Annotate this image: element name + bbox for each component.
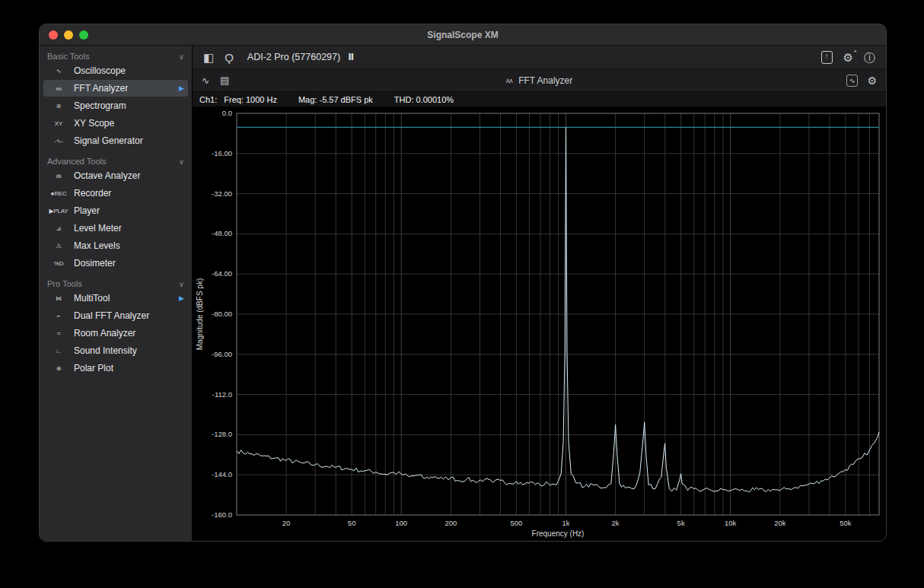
sidebar-item-label: FFT Analyzer [74,83,128,94]
sidebar: Basic Tools∨∿OscilloscopeʌʌFFT Analyzer▶… [40,46,193,541]
svg-text:500: 500 [510,519,522,527]
fft-analyzer-icon: ʌʌ [506,77,512,84]
svg-text:Magnitude (dBFS pk): Magnitude (dBFS pk) [196,278,204,351]
device-selector[interactable]: ADI-2 Pro (57760297) Ⅱ [247,52,355,62]
svg-text:10k: 10k [725,519,737,527]
waveform-icon[interactable]: ∿ [202,76,209,85]
close-button[interactable] [49,30,58,40]
sidebar-item-dosimeter[interactable]: %DDosimeter [43,255,188,272]
xy-scope-icon: XY [47,120,70,127]
dual-fft-analyzer-icon: ⌐ [47,313,70,319]
sidebar-item-polar-plot[interactable]: ⊕Polar Plot [43,360,188,377]
tool-title: FFT Analyzer [518,75,572,86]
sidebar-item-label: Signal Generator [74,135,143,146]
fft-spectrum-plot[interactable]: 0.0-16.00-32.00-48.00-64.00-80.00-96.00-… [193,107,886,541]
sidebar-toggle-icon[interactable]: ◧ [203,52,214,63]
tool-title-group: ʌʌ FFT Analyzer [506,75,573,86]
submenu-arrow-icon: ▶ [179,294,184,302]
submenu-arrow-icon: ▶ [179,84,184,92]
sidebar-item-sound-intensity[interactable]: ∟Sound Intensity [43,342,188,359]
snapshot-icon[interactable]: ▤ [220,75,229,85]
tool-toolbar: ∿ ▤ ʌʌ FFT Analyzer ∿ ⚙ [193,69,886,92]
sidebar-item-room-analyzer[interactable]: ≈Room Analyzer [43,325,188,342]
sidebar-item-max-levels[interactable]: ⚠Max Levels [43,237,188,254]
thd-readout: THD: 0.00010% [394,95,454,104]
sound-intensity-icon: ∟ [47,348,70,354]
chevron-down-icon: ∨ [179,157,184,166]
sidebar-item-spectrogram[interactable]: ≋Spectrogram [43,97,188,114]
sidebar-item-multitool[interactable]: ⋈MultiTool▶ [43,290,188,307]
sidebar-item-label: Spectrogram [74,100,126,111]
spectrogram-icon: ≋ [47,103,70,110]
sidebar-section-header-advanced-tools[interactable]: Advanced Tools∨ [47,157,184,166]
svg-text:5k: 5k [677,519,685,527]
sidebar-item-label: Dual FFT Analyzer [74,310,149,321]
sidebar-section-label: Pro Tools [47,279,82,288]
sidebar-section-label: Advanced Tools [47,157,106,166]
chevron-down-icon: ∨ [179,52,184,61]
channel-label: Ch1: [199,95,217,104]
sidebar-item-oscilloscope[interactable]: ∿Oscilloscope [43,62,188,79]
svg-text:20: 20 [282,519,291,527]
polar-plot-icon: ⊕ [47,365,70,372]
oscilloscope-icon: ∿ [47,68,70,75]
minimize-button[interactable] [64,30,73,40]
signalscope-window: SignalScope XM Basic Tools∨∿Oscilloscope… [39,24,887,542]
svg-text:-144.0: -144.0 [212,470,232,478]
room-analyzer-icon: ≈ [47,330,70,337]
svg-text:50k: 50k [840,519,852,527]
sidebar-item-xy-scope[interactable]: XYXY Scope [43,115,188,132]
pause-icon[interactable]: Ⅱ [348,52,355,62]
main-toolbar: ◧ Ϙ ADI-2 Pro (57760297) Ⅱ ↑ ⚙+ ⓘ [193,46,886,69]
measurement-readout: Ch1: Freq: 1000 Hz Mag: -5.57 dBFS pk TH… [193,92,886,107]
fft-analyzer-icon: ʌʌ [47,85,70,92]
sidebar-item-recorder[interactable]: ●RECRecorder [43,185,188,202]
sidebar-item-label: Room Analyzer [74,328,135,338]
main-area: ◧ Ϙ ADI-2 Pro (57760297) Ⅱ ↑ ⚙+ ⓘ ∿ ▤ [193,46,886,541]
input-device-icon[interactable]: Ϙ [225,52,234,63]
svg-text:-16.00: -16.00 [212,149,232,157]
player-icon: ▶PLAY [47,208,70,215]
sidebar-item-label: MultiTool [74,293,110,304]
info-icon[interactable]: ⓘ [864,52,875,63]
sidebar-item-label: Recorder [74,188,111,199]
sidebar-item-fft-analyzer[interactable]: ʌʌFFT Analyzer▶ [43,80,188,97]
titlebar: SignalScope XM [40,24,886,46]
sidebar-item-label: Sound Intensity [74,345,137,356]
share-icon[interactable]: ↑ [821,51,833,64]
gear-badge-icon: + [853,49,857,55]
zoom-button[interactable] [79,30,88,40]
sidebar-item-label: Dosimeter [74,258,116,269]
fft-plot-svg: 0.0-16.00-32.00-48.00-64.00-80.00-96.00-… [193,107,886,541]
signal-generator-icon: -∿- [47,138,70,145]
sidebar-item-level-meter[interactable]: ⊿Level Meter [43,220,188,237]
sidebar-item-octave-analyzer[interactable]: ıllıOctave Analyzer [43,167,188,184]
svg-text:200: 200 [444,519,457,527]
svg-text:-64.00: -64.00 [212,269,232,278]
sidebar-item-signal-generator[interactable]: -∿-Signal Generator [43,132,188,149]
svg-text:-32.00: -32.00 [212,189,232,198]
svg-text:-112.0: -112.0 [212,390,232,399]
dosimeter-icon: %D [47,260,70,267]
svg-text:0.0: 0.0 [222,109,232,117]
sidebar-item-label: Octave Analyzer [74,170,140,181]
sidebar-section-header-basic-tools[interactable]: Basic Tools∨ [47,52,184,61]
desktop: SignalScope XM Basic Tools∨∿Oscilloscope… [0,0,924,588]
sidebar-item-label: Polar Plot [74,363,113,373]
sidebar-item-label: XY Scope [74,118,114,129]
tool-settings-icon[interactable]: ⚙+ [843,52,853,63]
sidebar-item-label: Player [74,205,100,216]
svg-text:20k: 20k [774,519,786,527]
plot-display-toggle-icon[interactable]: ∿ [846,75,859,87]
svg-text:-160.0: -160.0 [212,510,232,519]
sidebar-item-label: Level Meter [74,223,122,234]
svg-text:Frequency (Hz): Frequency (Hz) [532,529,585,538]
plot-settings-gear-icon[interactable]: ⚙ [867,75,877,86]
sidebar-sections: Basic Tools∨∿OscilloscopeʌʌFFT Analyzer▶… [40,52,192,377]
svg-text:100: 100 [395,519,407,527]
sidebar-item-player[interactable]: ▶PLAYPlayer [43,202,188,219]
sidebar-item-label: Max Levels [74,240,120,251]
sidebar-section-header-pro-tools[interactable]: Pro Tools∨ [47,279,184,288]
sidebar-item-dual-fft-analyzer[interactable]: ⌐Dual FFT Analyzer [43,307,188,324]
svg-text:2k: 2k [612,519,620,527]
